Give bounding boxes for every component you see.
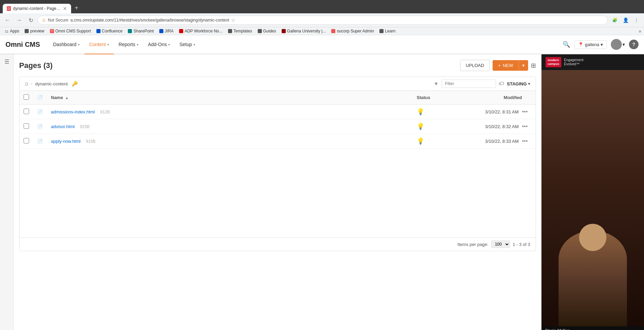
active-tab[interactable]: O dynamic-content - Pages - Om... ✕ xyxy=(3,4,71,13)
bookmark-confluence[interactable]: Confluence xyxy=(94,28,125,34)
table-header: 📄 Name ▲ Status Modified xyxy=(19,91,536,105)
browser-tabs: O dynamic-content - Pages - Om... ✕ + xyxy=(3,3,641,13)
bookmark-guides[interactable]: Guides xyxy=(256,28,278,34)
view-settings-button[interactable]: ⊞ xyxy=(531,62,536,69)
row1-status-icon: 💡 xyxy=(417,108,424,115)
row2-checkbox[interactable] xyxy=(24,123,29,129)
nav-reports[interactable]: Reports ▾ xyxy=(114,35,143,54)
bookmark-templates[interactable]: Templates xyxy=(226,28,254,34)
forward-button[interactable]: → xyxy=(14,15,24,25)
row3-status-cell: 💡 xyxy=(413,134,481,149)
row1-doc-icon: 📄 xyxy=(37,109,43,114)
sidebar-toggle-icon[interactable]: ☰ xyxy=(4,58,9,65)
table-row: 📄 apply-now.html 915B 💡 3/10/22, 8:33 AM xyxy=(19,134,536,149)
pagination-range: 1 - 3 of 3 xyxy=(513,242,530,247)
bookmarks-bar: ⚏ Apps preview O Omni CMS Support Conflu… xyxy=(0,27,644,35)
row3-name-cell: apply-now.html 915B xyxy=(47,134,413,149)
nav-setup[interactable]: Setup ▾ xyxy=(175,35,200,54)
modern-campus-logo: modern campus EngagementEvolved™ xyxy=(541,54,644,70)
tab-title: dynamic-content - Pages - Om... xyxy=(13,6,61,11)
nav-content[interactable]: Content ▾ xyxy=(84,35,114,54)
row2-size: 915B xyxy=(80,124,90,129)
bookmark-preview[interactable]: preview xyxy=(23,28,46,34)
global-search-button[interactable]: 🔍 xyxy=(563,41,570,48)
row2-more-button[interactable]: ••• xyxy=(520,123,530,130)
reload-button[interactable]: ↻ xyxy=(26,15,36,25)
row1-file-link[interactable]: admissions-index.html xyxy=(51,109,95,114)
file-browser: ⌂ › dynamic-content 🔑 ▼ 🏷 STAGING ▾ xyxy=(19,77,536,251)
name-column-header[interactable]: Name ▲ xyxy=(47,91,413,105)
user-avatar xyxy=(611,39,622,50)
bookmark-adp[interactable]: ADP Workforce No... xyxy=(177,28,225,34)
nav-dashboard[interactable]: Dashboard ▾ xyxy=(48,35,84,54)
more-options-button[interactable]: ⋮ xyxy=(632,15,641,25)
row3-checkbox[interactable] xyxy=(24,138,29,143)
row2-modified-cell: 3/10/22, 8:32 AM ••• xyxy=(481,119,536,134)
user-menu-button[interactable]: ▾ xyxy=(611,39,625,50)
confluence-favicon xyxy=(96,29,100,33)
upload-button[interactable]: UPLOAD xyxy=(460,60,490,71)
breadcrumb-dynamic-content[interactable]: dynamic-content xyxy=(35,81,68,86)
profile-button[interactable]: 👤 xyxy=(621,15,630,25)
site-selector[interactable]: 📍 gallena ▾ xyxy=(574,40,607,49)
row2-name-cell: advisor.html 915B xyxy=(47,119,413,134)
address-bar[interactable]: ⚠ Not Secure a.cms.omniupdate.com/11/#te… xyxy=(38,16,608,25)
row3-more-button[interactable]: ••• xyxy=(520,137,530,145)
tag-button[interactable]: 🏷 xyxy=(499,81,504,87)
app-container: Omni CMS Dashboard ▾ Content ▾ Reports ▾… xyxy=(0,35,644,330)
templates-favicon xyxy=(228,29,232,33)
new-plus-icon: + xyxy=(498,63,501,68)
bookmark-sharepoint[interactable]: SharePoint xyxy=(126,28,156,34)
back-button[interactable]: ← xyxy=(3,15,12,25)
bookmark-jira[interactable]: JIRA xyxy=(157,28,176,34)
items-per-page-select[interactable]: 100 50 25 xyxy=(491,240,510,248)
table-body: 📄 admissions-index.html 812B 💡 3/10/22, … xyxy=(19,105,536,149)
page-header: Pages (3) UPLOAD + NEW ▾ ⊞ xyxy=(19,60,536,71)
columns-icon: ⊞ xyxy=(531,62,536,69)
new-button[interactable]: + NEW xyxy=(493,60,519,71)
bookmark-omni-support[interactable]: O Omni CMS Support xyxy=(48,28,93,34)
row1-more-button[interactable]: ••• xyxy=(520,108,530,115)
row2-doc-icon: 📄 xyxy=(37,124,43,129)
row1-checkbox[interactable] xyxy=(24,109,29,114)
staging-dropdown-button[interactable]: STAGING ▾ xyxy=(507,81,530,86)
bookmark-learn[interactable]: Learn xyxy=(377,28,398,34)
guides-favicon xyxy=(258,29,262,33)
dashboard-dropdown-icon: ▾ xyxy=(78,43,80,46)
nav-right-actions: 🔍 📍 gallena ▾ ▾ ? xyxy=(563,39,639,50)
browser-toolbar: ← → ↻ ⚠ Not Secure a.cms.omniupdate.com/… xyxy=(0,13,644,27)
bookmark-oucorp[interactable]: oucorp Super Admin xyxy=(329,28,376,34)
mc-tagline: EngagementEvolved™ xyxy=(564,58,583,66)
row1-file-icon-cell: 📄 xyxy=(33,105,47,119)
person-silhouette-head xyxy=(579,224,606,251)
bookmark-gallena[interactable]: Gallena University |... xyxy=(280,28,328,34)
nav-addons[interactable]: Add-Ons ▾ xyxy=(143,35,175,54)
bookmarks-more-button[interactable]: » xyxy=(639,28,641,34)
new-dropdown-button[interactable]: ▾ xyxy=(519,60,528,71)
omni-favicon: O xyxy=(50,29,54,33)
status-column-header: Status xyxy=(413,91,481,105)
row3-modified-cell: 3/10/22, 8:33 AM ••• xyxy=(481,134,536,149)
file-type-icon: 📄 xyxy=(37,95,43,100)
name-sort-icon: ▲ xyxy=(65,96,69,100)
content-dropdown-icon: ▾ xyxy=(107,43,109,46)
extensions-button[interactable]: 🧩 xyxy=(610,15,619,25)
sidebar-toggle[interactable]: ☰ xyxy=(0,54,14,330)
row3-file-link[interactable]: apply-now.html xyxy=(51,139,81,144)
row3-size: 915B xyxy=(86,139,95,144)
row2-file-link[interactable]: advisor.html xyxy=(51,124,75,129)
items-per-page-label: Items per page: xyxy=(457,242,488,247)
select-all-checkbox[interactable] xyxy=(24,94,29,100)
row2-checkbox-cell xyxy=(19,119,33,134)
breadcrumb-key-icon[interactable]: 🔑 xyxy=(72,81,78,86)
url-text: a.cms.omniupdate.com/11/#testdrives/smck… xyxy=(70,18,229,23)
filter-input[interactable] xyxy=(441,80,496,88)
bookmark-star[interactable]: ☆ xyxy=(231,17,236,23)
tab-close-btn[interactable]: ✕ xyxy=(63,6,67,11)
new-tab-button[interactable]: + xyxy=(72,3,81,13)
breadcrumb-home-button[interactable]: ⌂ xyxy=(25,81,28,87)
row3-checkbox-cell xyxy=(19,134,33,149)
help-button[interactable]: ? xyxy=(629,40,639,49)
bookmark-apps[interactable]: ⚏ Apps xyxy=(3,28,21,34)
video-overlay: modern campus EngagementEvolved™ Stacie … xyxy=(541,54,644,330)
